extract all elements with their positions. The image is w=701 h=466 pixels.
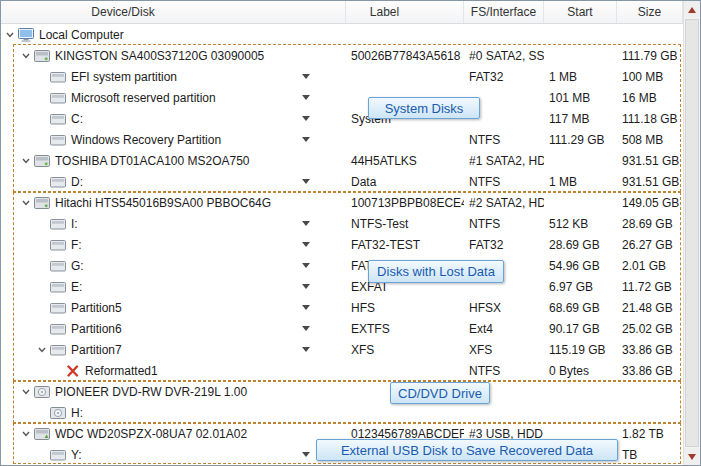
device-name: Partition5 — [71, 301, 122, 315]
vertical-scrollbar[interactable] — [683, 1, 700, 465]
size-cell — [617, 402, 683, 423]
label-cell — [346, 24, 464, 45]
size-cell: 149.05 GB — [617, 192, 683, 213]
scroll-down-button[interactable] — [684, 448, 700, 465]
device-cell: EFI system partition — [1, 66, 346, 87]
expand-chevron-icon[interactable] — [19, 51, 33, 61]
table-row[interactable]: F: FAT32-TEST FAT32 28.69 GB 26.27 GB — [1, 234, 700, 255]
table-row[interactable]: Microsoft reserved partition 101 MB 16 M… — [1, 87, 700, 108]
device-name: E: — [71, 280, 82, 294]
expand-chevron-icon[interactable] — [19, 429, 33, 439]
table-row[interactable]: EFI system partition FAT32 1 MB 100 MB — [1, 66, 700, 87]
callout-system-disks: System Disks — [368, 97, 480, 119]
fs-cell: #1 SATA2, HDD — [464, 150, 544, 171]
device-name: TOSHIBA DT01ACA100 MS2OA750 — [55, 154, 250, 168]
scrollbar-thumb[interactable] — [685, 19, 699, 447]
disk-tree: Local Computer KINGSTON SA400S37120G 030… — [1, 24, 700, 465]
table-row[interactable]: H: — [1, 402, 700, 423]
indent — [1, 433, 19, 434]
start-cell: 115.19 GB — [544, 339, 617, 360]
device-name: F: — [71, 238, 82, 252]
partition-icon — [50, 112, 66, 126]
column-header-device[interactable]: Device/Disk — [1, 1, 346, 23]
table-row[interactable]: Reformatted1 NTFS 0 Bytes 33.86 GB — [1, 360, 700, 381]
dropdown-arrow-icon[interactable] — [302, 179, 310, 184]
device-name: Partition7 — [71, 343, 122, 357]
partition-icon — [50, 91, 66, 105]
table-row[interactable]: E: EXFAT 6.97 GB 11.72 GB — [1, 276, 700, 297]
expand-chevron-icon[interactable] — [19, 156, 33, 166]
table-row[interactable]: Hitachi HTS545016B9SA00 PBBOC64G 100713P… — [1, 192, 700, 213]
column-header-start[interactable]: Start — [544, 1, 617, 23]
label-cell: 50026B77843A5618 — [346, 45, 464, 66]
expand-chevron-icon[interactable] — [19, 198, 33, 208]
dropdown-arrow-icon[interactable] — [302, 452, 310, 457]
column-header-label[interactable]: Label — [346, 1, 464, 23]
table-row[interactable]: TOSHIBA DT01ACA100 MS2OA750 44H5ATLKS #1… — [1, 150, 700, 171]
size-cell: 2.01 GB — [617, 255, 683, 276]
start-cell: 1 MB — [544, 66, 617, 87]
start-cell: 1 MB — [544, 171, 617, 192]
table-row[interactable]: I: NTFS-Test NTFS 512 KB 28.69 GB — [1, 213, 700, 234]
dropdown-arrow-icon[interactable] — [302, 116, 310, 121]
table-row[interactable]: G: FAT-TEST FAT 54.96 GB 2.01 GB — [1, 255, 700, 276]
size-cell: 33.86 GB — [617, 339, 683, 360]
table-row[interactable]: Partition6 EXTFS Ext4 90.17 GB 25.02 GB — [1, 318, 700, 339]
usb-disk-icon — [34, 427, 50, 441]
expand-chevron-icon[interactable] — [19, 387, 33, 397]
table-row[interactable]: Windows Recovery Partition NTFS 111.29 G… — [1, 129, 700, 150]
label-cell — [346, 360, 464, 381]
table-row[interactable]: PIONEER DVD-RW DVR-219L 1.00 — [1, 381, 700, 402]
device-cell: Y: — [1, 444, 346, 465]
device-cell: Microsoft reserved partition — [1, 87, 346, 108]
start-cell — [544, 150, 617, 171]
start-cell: 101 MB — [544, 87, 617, 108]
table-row[interactable]: Local Computer — [1, 24, 700, 45]
device-cell: TOSHIBA DT01ACA100 MS2OA750 — [1, 150, 346, 171]
indent — [1, 139, 49, 140]
indent — [1, 223, 49, 224]
indent — [1, 118, 49, 119]
scroll-up-button[interactable] — [684, 1, 700, 18]
device-name: D: — [71, 175, 83, 189]
fs-cell: XFS — [464, 339, 544, 360]
device-name: Reformatted1 — [85, 364, 158, 378]
expand-chevron-icon[interactable] — [35, 345, 49, 355]
device-cell: Partition7 — [1, 339, 346, 360]
dropdown-arrow-icon[interactable] — [302, 221, 310, 226]
fs-cell: FAT32 — [464, 234, 544, 255]
start-cell: 28.69 GB — [544, 234, 617, 255]
table-row[interactable]: Partition5 HFS HFSX 68.69 GB 21.48 GB — [1, 297, 700, 318]
table-row[interactable]: KINGSTON SA400S37120G 03090005 50026B778… — [1, 45, 700, 66]
expand-chevron-icon[interactable] — [3, 30, 17, 40]
dropdown-arrow-icon[interactable] — [302, 347, 310, 352]
size-cell: 11.72 GB — [617, 276, 683, 297]
indent — [1, 286, 49, 287]
dropdown-arrow-icon[interactable] — [302, 326, 310, 331]
label-cell: HFS — [346, 297, 464, 318]
column-header-size[interactable]: Size — [617, 1, 683, 23]
dropdown-arrow-icon[interactable] — [302, 305, 310, 310]
deleted-partition-icon — [66, 365, 80, 377]
device-cell: I: — [1, 213, 346, 234]
device-cell: C: — [1, 108, 346, 129]
dropdown-arrow-icon[interactable] — [302, 137, 310, 142]
dropdown-arrow-icon[interactable] — [302, 74, 310, 79]
device-name: PIONEER DVD-RW DVR-219L 1.00 — [55, 385, 247, 399]
size-cell: 111.79 GB — [617, 45, 683, 66]
dropdown-arrow-icon[interactable] — [302, 263, 310, 268]
start-cell — [544, 45, 617, 66]
dropdown-arrow-icon[interactable] — [302, 242, 310, 247]
partition-icon — [50, 70, 66, 84]
dropdown-arrow-icon[interactable] — [302, 284, 310, 289]
table-row[interactable]: C: System 117 MB 111.18 GB — [1, 108, 700, 129]
device-name: C: — [71, 112, 83, 126]
dropdown-arrow-icon[interactable] — [302, 95, 310, 100]
column-header-fs[interactable]: FS/Interface — [464, 1, 544, 23]
table-row[interactable]: Partition7 XFS XFS 115.19 GB 33.86 GB — [1, 339, 700, 360]
indent — [1, 370, 65, 371]
label-cell — [346, 129, 464, 150]
indent — [1, 160, 19, 161]
table-row[interactable]: D: Data NTFS 1 MB 931.51 GB — [1, 171, 700, 192]
cd-drive-icon — [34, 385, 50, 399]
